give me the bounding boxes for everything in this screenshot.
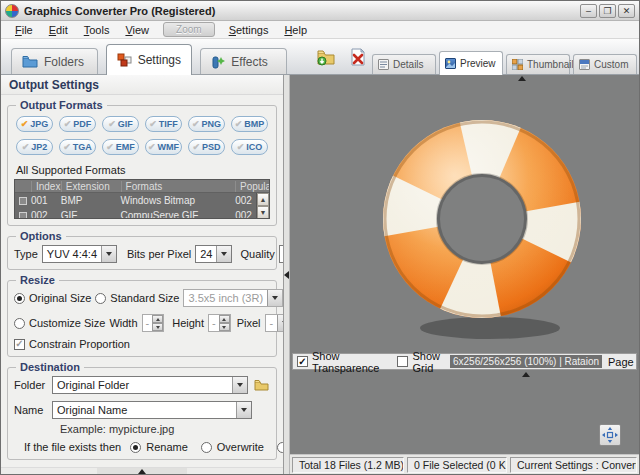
chevron-down-icon[interactable] (216, 246, 231, 262)
format-button-tga[interactable]: ✔TGA (59, 139, 96, 155)
name-dropdown[interactable]: Original Name (52, 401, 252, 419)
view-tab-custom[interactable]: Custom (573, 54, 637, 74)
spinner-arrows[interactable] (219, 315, 230, 331)
pan-button[interactable] (599, 424, 621, 446)
menu-zoom-button[interactable]: Zoom (163, 22, 215, 37)
output-formats-caption: Output Formats (16, 99, 107, 111)
width-spinner[interactable]: - (142, 314, 165, 332)
splitter-arrow-icon[interactable] (518, 76, 526, 81)
view-tab-thumbnails[interactable]: Thumbnails (506, 54, 570, 74)
menu-settings[interactable]: Settings (221, 23, 277, 37)
overwrite-radio[interactable] (201, 442, 212, 453)
browse-folder-button[interactable] (252, 377, 270, 393)
name-label: Name (14, 404, 48, 416)
delete-file-button[interactable] (347, 46, 369, 68)
page-input[interactable] (638, 355, 639, 368)
view-tab-details[interactable]: Details (372, 54, 436, 74)
add-folder-button[interactable] (315, 46, 337, 68)
minimize-button[interactable]: – (580, 4, 597, 18)
toolbar: Folders Settings Effects (1, 39, 639, 75)
chevron-down-icon[interactable] (267, 290, 282, 306)
format-button-jpg[interactable]: ✔JPG (16, 116, 53, 132)
format-button-bmp[interactable]: ✔BMP (231, 116, 268, 132)
show-transparency-checkbox[interactable] (297, 356, 308, 367)
format-button-wmf[interactable]: ✔WMF (145, 139, 182, 155)
check-icon: ✔ (148, 142, 156, 152)
menu-help[interactable]: Help (276, 23, 315, 37)
constrain-proportion-label: Constrain Proportion (29, 338, 130, 350)
format-button-pdf[interactable]: ✔PDF (59, 116, 96, 132)
format-button-psd[interactable]: ✔PSD (188, 139, 225, 155)
row-checkbox[interactable] (19, 212, 27, 220)
menu-tools[interactable]: Tools (76, 23, 118, 37)
collapse-left-icon[interactable] (284, 271, 289, 279)
format-buttons-grid: ✔JPG ✔PDF ✔GIF ✔TIFF ✔PNG ✔BMP ✔JP2 ✔TGA… (14, 114, 270, 157)
custom-icon (579, 59, 590, 70)
check-icon: ✔ (192, 142, 200, 152)
splitter-arrow-icon[interactable] (522, 372, 530, 377)
constrain-proportion-checkbox[interactable] (14, 339, 25, 350)
tab-settings[interactable]: Settings (106, 44, 193, 75)
details-icon (378, 59, 389, 70)
scroll-down-icon[interactable]: ▼ (257, 206, 269, 219)
table-scrollbar[interactable]: ▲ ▼ (256, 193, 269, 218)
zoom-info-label: 6x256/256x256 (100%) | Rataion (450, 355, 602, 368)
standard-size-radio[interactable] (95, 293, 106, 304)
check-icon: ✔ (108, 119, 116, 129)
menu-edit[interactable]: Edit (41, 23, 76, 37)
supported-formats-table[interactable]: Index Extension Formats Popularity 001 B… (14, 179, 270, 219)
format-button-jp2[interactable]: ✔JP2 (16, 139, 53, 155)
tab-effects[interactable]: Effects (200, 48, 287, 74)
view-tab-preview[interactable]: Preview (439, 51, 503, 75)
section-splitter[interactable] (1, 467, 283, 474)
menu-view[interactable]: View (117, 23, 157, 37)
type-dropdown[interactable]: YUV 4:4:4 (42, 245, 117, 263)
check-icon: ✔ (149, 119, 157, 129)
folder-icon (22, 55, 38, 68)
chevron-down-icon[interactable] (232, 377, 247, 393)
settings-icon (117, 53, 132, 67)
format-button-ico[interactable]: ✔ICO (231, 139, 268, 155)
view-tab-custom-label: Custom (594, 59, 628, 70)
original-size-radio[interactable] (14, 293, 25, 304)
width-label: Width (109, 317, 137, 329)
panel-title: Output Settings (1, 75, 283, 95)
standard-size-dropdown[interactable]: 3.5x5 inch (3R) (183, 289, 283, 307)
scroll-up-icon[interactable]: ▲ (257, 193, 269, 206)
maximize-button[interactable]: ❐ (599, 4, 616, 18)
format-button-emf[interactable]: ✔EMF (102, 139, 139, 155)
quality-dropdown[interactable]: 9 (279, 245, 284, 263)
status-bar: Total 18 Files (1.2 MB) 0 File Selected … (290, 454, 639, 474)
table-row[interactable]: 002 GIF CompuServe GIF 002 (15, 208, 269, 219)
menu-file[interactable]: File (7, 23, 41, 37)
table-row[interactable]: 001 BMP Windows Bitmap 002 (15, 193, 269, 208)
chevron-down-icon[interactable] (277, 315, 284, 331)
bpp-dropdown[interactable]: 24 (195, 245, 232, 263)
folder-dropdown[interactable]: Original Folder (52, 376, 248, 394)
customize-size-radio[interactable] (14, 318, 25, 329)
show-transparency-label: Show Transparence (312, 350, 379, 374)
close-button[interactable]: ✕ (618, 4, 635, 18)
preview-icon (445, 58, 456, 69)
row-checkbox[interactable] (19, 197, 27, 205)
format-button-tiff[interactable]: ✔TIFF (145, 116, 182, 132)
chevron-down-icon[interactable] (101, 246, 116, 262)
format-button-png[interactable]: ✔PNG (188, 116, 225, 132)
title-bar: Graphics Converter Pro (Registered) – ❐ … (1, 1, 639, 21)
rename-radio[interactable] (130, 442, 141, 453)
output-settings-panel: Output Settings Output Formats ✔JPG ✔PDF… (1, 75, 284, 474)
tab-folders[interactable]: Folders (11, 48, 98, 74)
effects-icon (211, 55, 225, 69)
height-spinner[interactable]: - (208, 314, 231, 332)
preview-controls-bar: Show Transparence Show Grid 6x256/256x25… (292, 353, 637, 370)
height-label: Height (172, 317, 204, 329)
chevron-down-icon[interactable] (236, 402, 251, 418)
format-button-gif[interactable]: ✔GIF (102, 116, 139, 132)
preview-area[interactable]: Show Transparence Show Grid 6x256/256x25… (290, 75, 639, 454)
check-icon: ✔ (64, 119, 72, 129)
spinner-arrows[interactable] (152, 315, 163, 331)
skip-radio[interactable] (277, 442, 284, 453)
pixel-dropdown[interactable]: - (265, 314, 284, 332)
menu-bar: File Edit Tools View Zoom Settings Help (1, 21, 639, 39)
show-grid-checkbox[interactable] (397, 356, 408, 367)
